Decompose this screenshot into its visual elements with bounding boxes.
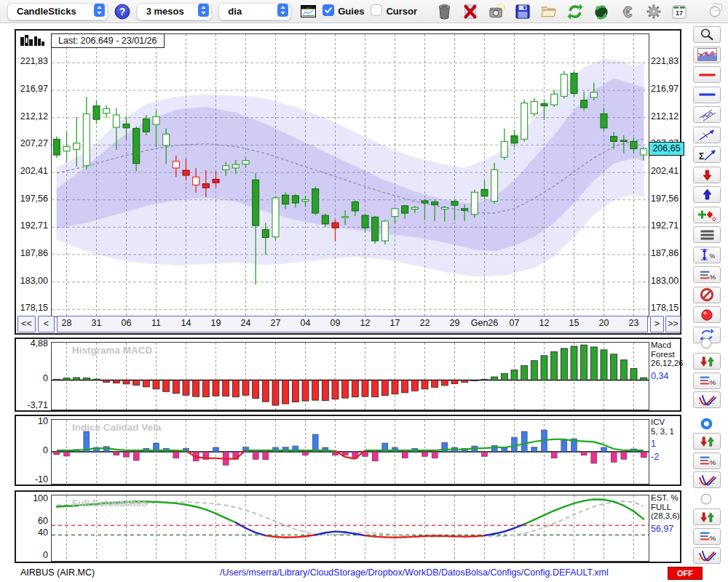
price-axis-label: 197,56 <box>651 194 678 204</box>
icv-curve-button[interactable] <box>693 471 721 488</box>
refresh-icon[interactable] <box>567 4 583 20</box>
price-axis-label: 216,97 <box>651 84 678 95</box>
chart-type-value: CandleSticks <box>17 6 76 17</box>
euro-icon[interactable]: € <box>620 4 636 20</box>
help-button[interactable]: ? <box>114 4 130 20</box>
date-tick-label: 22 <box>420 318 430 328</box>
price-axis-label: 202,41 <box>17 166 48 177</box>
guies-checkbox[interactable]: Guies <box>323 4 364 18</box>
price-axis-label: 212,12 <box>17 111 48 122</box>
zoom-tool-button[interactable] <box>693 26 721 43</box>
vertical-percent-button[interactable]: % <box>693 247 721 263</box>
red-line-tool-button[interactable] <box>693 66 721 83</box>
svg-text:?: ? <box>119 6 125 17</box>
date-tick-label: 09 <box>331 318 341 328</box>
stepper-icon <box>277 4 288 19</box>
window-control-icon[interactable] <box>713 4 722 11</box>
timeframe-select[interactable]: dia <box>218 3 291 20</box>
chart-type-select[interactable]: CandleSticks <box>7 3 108 20</box>
nav-next-button[interactable]: > <box>650 316 664 332</box>
icv-plot[interactable]: Indice Calidad Vela <box>51 419 649 485</box>
svg-text:%: % <box>709 534 715 542</box>
date-tick-label: 11 <box>151 318 161 328</box>
macd-plot[interactable]: Histgrama MACD <box>51 342 649 410</box>
date-strip[interactable]: 2831061114192427040912172229Gen260712152… <box>57 316 648 332</box>
blue-line-tool-button[interactable] <box>693 87 721 103</box>
date-tick-label: 28 <box>62 318 72 328</box>
tool-sidebar: Σ%%%%% <box>687 23 728 566</box>
macd-param-line: 26,12,26 <box>651 359 683 368</box>
icv-value: -2 <box>651 452 683 462</box>
channel-tool-button[interactable] <box>693 106 721 123</box>
percent-scale-button[interactable]: % <box>693 266 721 283</box>
date-tick-label: 17 <box>390 318 400 328</box>
stepper-icon <box>198 4 209 19</box>
icv-axis-label: 10 <box>17 416 48 427</box>
price-axis-label: 192,71 <box>17 220 48 231</box>
trendline-tool-button[interactable] <box>693 127 721 143</box>
macd-updown-arrows-button[interactable] <box>693 353 721 370</box>
off-toggle[interactable]: OFF <box>668 567 703 580</box>
macd-panel-radio[interactable] <box>700 338 712 349</box>
open-folder-icon[interactable] <box>540 4 557 18</box>
cursor-checkbox[interactable]: Cursor <box>371 4 417 18</box>
stoch-curve-button[interactable] <box>693 547 721 564</box>
icv-value: 1 <box>651 439 683 449</box>
icv-axis-label: -10 <box>17 474 48 485</box>
date-tick-label: 12 <box>360 318 371 328</box>
regression-tool-button[interactable]: Σ <box>693 146 721 163</box>
macd-param-line: Forest <box>651 350 683 359</box>
stoch-percent-lines-button[interactable]: % <box>693 528 721 545</box>
nav-first-button[interactable]: << <box>17 316 36 332</box>
date-tick-label: 27 <box>271 318 281 328</box>
config-path-link[interactable]: /Users/mserra/Library/CloudStorage/Dropb… <box>220 567 609 578</box>
period-select[interactable]: 3 mesos <box>137 3 213 20</box>
stoch-param-line: FULL <box>651 503 683 512</box>
macd-curve-button[interactable] <box>693 391 721 408</box>
stoch-updown-arrows-button[interactable] <box>693 509 721 525</box>
nav-last-button[interactable]: >> <box>665 316 681 332</box>
price-axis-label: 216,97 <box>17 84 48 95</box>
stoch-param-line: EST. % <box>651 493 683 503</box>
macd-axis-label: -3,71 <box>17 400 48 411</box>
levels-list-button[interactable] <box>693 226 721 243</box>
trash-icon[interactable] <box>437 3 452 20</box>
price-axis-label: 221,83 <box>651 56 678 67</box>
disable-tool-button[interactable] <box>693 287 721 303</box>
mini-chart-icon[interactable]: n,n <box>301 5 316 17</box>
macd-percent-lines-button[interactable]: % <box>693 372 721 389</box>
add-marker-button[interactable] <box>693 207 721 223</box>
stoch-panel-radio[interactable] <box>700 493 712 505</box>
snapshot-icon[interactable] <box>488 4 505 19</box>
sell-marker-button[interactable] <box>693 167 721 183</box>
stochastic-plot[interactable]: Full Estocastico <box>51 495 649 562</box>
date-tick-label: 19 <box>211 318 221 328</box>
buy-marker-button[interactable] <box>693 186 721 203</box>
date-tick-label: 06 <box>122 318 132 328</box>
price-axis-label: 212,12 <box>651 111 678 122</box>
stochastic-params: EST. %FULL(28,3,6)56,97 <box>651 493 683 534</box>
icv-updown-arrows-button[interactable] <box>693 433 721 450</box>
icv-panel-radio[interactable] <box>700 418 713 430</box>
delete-x-icon[interactable] <box>462 4 478 20</box>
sync-icon[interactable] <box>593 4 609 20</box>
settings-icon[interactable] <box>646 4 662 20</box>
icv-percent-lines-button[interactable]: % <box>693 453 721 469</box>
svg-text:%: % <box>709 252 715 260</box>
macd-axis-label: 0 <box>17 373 48 384</box>
date-tick-label: Gen26 <box>471 318 499 328</box>
price-axis-label: 202,41 <box>651 166 678 177</box>
price-chart-panel: 221,83216,97212,12207,27202,41197,56192,… <box>15 29 681 335</box>
stepper-icon <box>94 4 105 19</box>
calendar-icon[interactable]: 17 <box>672 4 687 19</box>
toolbar-icon-group: €17 <box>437 3 687 20</box>
nav-prev-button[interactable]: < <box>38 316 55 332</box>
record-button[interactable] <box>693 306 721 323</box>
icv-param-line: 5, 3, 1 <box>651 427 683 436</box>
date-tick-label: 07 <box>510 318 520 328</box>
symbol-label: AIRBUS (AIR.MC) <box>20 567 95 578</box>
save-icon[interactable] <box>515 4 530 19</box>
indicator-panel-button[interactable] <box>693 47 721 63</box>
price-plot[interactable]: Last: 206.649 - 23/01/26 <box>51 33 649 317</box>
svg-text:17: 17 <box>676 9 683 17</box>
